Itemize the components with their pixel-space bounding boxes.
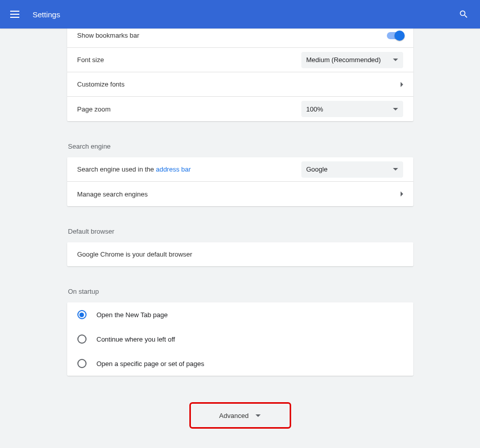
fontsize-value: Medium (Recommended): [306, 56, 381, 64]
section-title-startup: On startup: [67, 278, 413, 302]
appearance-card: Show bookmarks bar Font size Medium (Rec…: [67, 23, 413, 121]
app-header: Settings: [0, 0, 480, 29]
address-bar-link[interactable]: address bar: [156, 165, 191, 173]
search-engine-label-text: Search engine used in the: [77, 165, 156, 173]
pagezoom-select[interactable]: 100%: [301, 101, 403, 117]
startup-option-label: Open a specific page or set of pages: [97, 360, 205, 368]
bookmarks-toggle[interactable]: [387, 32, 403, 39]
bookmarks-label: Show bookmarks bar: [77, 32, 387, 39]
default-browser-card: Google Chrome is your default browser: [67, 242, 413, 266]
chevron-right-icon: [401, 82, 403, 87]
customize-fonts-label: Customize fonts: [77, 80, 401, 88]
chevron-down-icon: [393, 59, 398, 61]
advanced-container: Advanced: [67, 388, 413, 448]
row-page-zoom: Page zoom 100%: [67, 97, 413, 121]
pagezoom-label: Page zoom: [77, 105, 301, 113]
advanced-button[interactable]: Advanced: [189, 402, 291, 429]
startup-option-label: Continue where you left off: [97, 335, 175, 343]
pagezoom-value: 100%: [306, 105, 323, 113]
startup-card: Open the New Tab page Continue where you…: [67, 302, 413, 376]
row-customize-fonts[interactable]: Customize fonts: [67, 72, 413, 97]
startup-option-newtab[interactable]: Open the New Tab page: [67, 302, 413, 327]
radio-icon[interactable]: [77, 310, 87, 319]
settings-content: Show bookmarks bar Font size Medium (Rec…: [67, 23, 413, 448]
radio-icon[interactable]: [77, 359, 87, 368]
chevron-down-icon: [393, 108, 398, 110]
radio-icon[interactable]: [77, 334, 87, 344]
search-engine-select[interactable]: Google: [301, 161, 403, 178]
menu-icon[interactable]: [10, 9, 20, 19]
default-browser-text: Google Chrome is your default browser: [77, 250, 192, 258]
startup-option-label: Open the New Tab page: [97, 311, 168, 319]
chevron-right-icon: [401, 191, 403, 197]
advanced-label: Advanced: [219, 412, 249, 419]
row-font-size: Font size Medium (Recommended): [67, 48, 413, 72]
manage-engines-label: Manage search engines: [77, 190, 401, 198]
page-title: Settings: [33, 10, 60, 19]
startup-option-continue[interactable]: Continue where you left off: [67, 327, 413, 351]
search-engine-label: Search engine used in the address bar: [77, 165, 301, 173]
search-icon[interactable]: [459, 9, 469, 19]
fontsize-select[interactable]: Medium (Recommended): [301, 52, 403, 68]
row-manage-engines[interactable]: Manage search engines: [67, 182, 413, 206]
fontsize-label: Font size: [77, 56, 301, 64]
section-title-default-browser: Default browser: [67, 218, 413, 242]
row-search-engine: Search engine used in the address bar Go…: [67, 157, 413, 182]
section-title-search: Search engine: [67, 133, 413, 157]
startup-option-specific[interactable]: Open a specific page or set of pages: [67, 351, 413, 376]
search-engine-value: Google: [306, 165, 328, 173]
chevron-down-icon: [393, 168, 398, 171]
search-card: Search engine used in the address bar Go…: [67, 157, 413, 206]
chevron-down-icon: [256, 414, 261, 417]
